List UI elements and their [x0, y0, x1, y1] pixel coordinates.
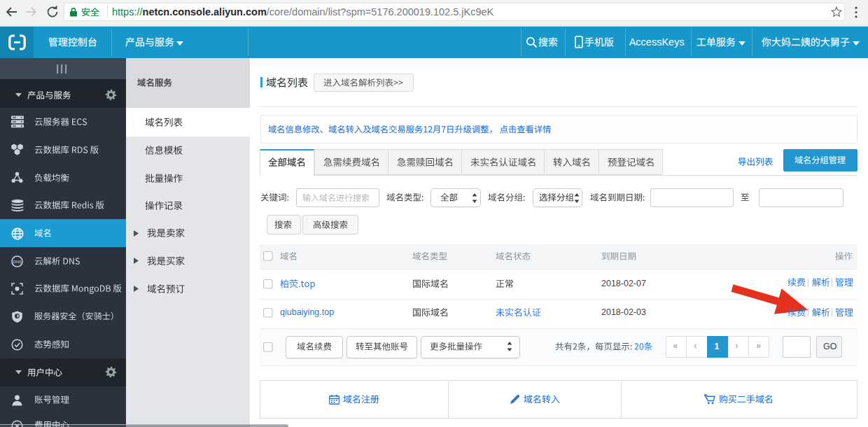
- svg-text:DNS: DNS: [13, 259, 22, 263]
